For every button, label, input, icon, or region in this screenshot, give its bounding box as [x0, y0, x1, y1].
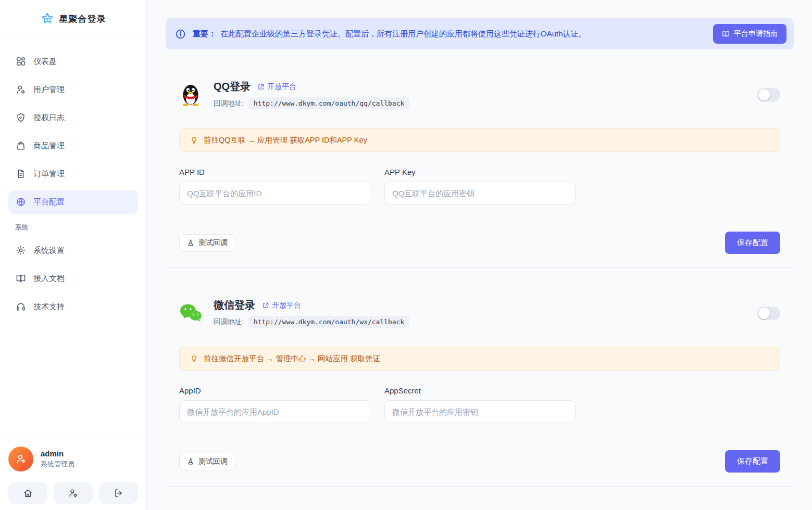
- user-role: 系统管理员: [41, 460, 74, 469]
- toggle-knob: [758, 308, 770, 319]
- qq-open-platform-link[interactable]: 开放平台: [257, 82, 296, 92]
- dashboard-icon: [16, 56, 26, 67]
- globe-icon: [16, 197, 26, 207]
- user-gear-icon: [68, 488, 78, 498]
- wechat-appid-input[interactable]: [179, 400, 370, 423]
- wechat-appsecret-field: AppSecret: [384, 386, 576, 423]
- user-name: admin: [41, 449, 74, 458]
- callback-label: 回调地址:: [214, 99, 244, 108]
- wechat-section-title: 微信登录: [214, 298, 255, 312]
- sidebar-item-dashboard[interactable]: 仪表盘: [8, 49, 138, 73]
- sidebar: 星聚合登录 仪表盘 用户管理: [0, 0, 147, 510]
- wechat-appid-field: AppID: [179, 386, 370, 423]
- wechat-save-config-button[interactable]: 保存配置: [725, 450, 780, 473]
- user-gear-icon: [16, 84, 26, 95]
- info-icon: [175, 29, 186, 40]
- qq-test-callback-button[interactable]: 测试回调: [179, 234, 235, 252]
- lightbulb-icon: [190, 136, 198, 144]
- wechat-tip-banner: 前往微信开放平台 → 管理中心 → 网站应用 获取凭证: [179, 347, 780, 371]
- wechat-open-platform-link[interactable]: 开放平台: [262, 301, 301, 310]
- qq-app-id-label: APP ID: [179, 168, 370, 176]
- document-icon: [16, 169, 26, 179]
- flask-icon: [187, 457, 194, 465]
- home-button[interactable]: [8, 482, 47, 504]
- qq-enabled-toggle[interactable]: [757, 88, 780, 101]
- wechat-test-callback-button[interactable]: 测试回调: [179, 453, 235, 470]
- sidebar-item-users[interactable]: 用户管理: [8, 78, 138, 101]
- sidebar-item-label: 技术支持: [33, 302, 65, 312]
- sidebar-item-auth-logs[interactable]: 授权日志: [8, 106, 138, 130]
- main-content: 重要：在此配置企业级的第三方登录凭证。配置后，所有注册用户创建的应用都将使用这些…: [147, 0, 812, 510]
- headset-icon: [16, 301, 26, 312]
- alipay-login-section: 支 支付宝登录 开放平台 回调地址: htt: [166, 487, 794, 510]
- wechat-logo-icon: [179, 301, 202, 325]
- shield-check-icon: [16, 112, 26, 123]
- qq-logo-icon: [179, 83, 202, 107]
- sidebar-item-label: 平台配置: [33, 197, 65, 207]
- wechat-tip-text: 前往微信开放平台 → 管理中心 → 网站应用 获取凭证: [204, 354, 380, 364]
- sidebar-section-label: 系统: [15, 223, 138, 232]
- platform-guide-button[interactable]: 平台申请指南: [713, 24, 786, 44]
- sidebar-item-platform-config[interactable]: 平台配置: [8, 190, 138, 214]
- wechat-enabled-toggle[interactable]: [757, 307, 780, 320]
- book-open-icon: [16, 273, 26, 284]
- sidebar-item-label: 授权日志: [33, 113, 65, 123]
- sidebar-item-system-settings[interactable]: 系统设置: [8, 238, 138, 262]
- sidebar-item-label: 系统设置: [33, 246, 65, 256]
- lightbulb-icon: [190, 355, 198, 363]
- wechat-appsecret-label: AppSecret: [384, 386, 576, 395]
- banner-label: 重要：: [193, 29, 216, 38]
- app-logo: 星聚合登录: [0, 0, 146, 38]
- important-notice-banner: 重要：在此配置企业级的第三方登录凭证。配置后，所有注册用户创建的应用都将使用这些…: [166, 18, 794, 49]
- wechat-appid-label: AppID: [179, 386, 370, 395]
- sidebar-item-label: 用户管理: [33, 85, 65, 95]
- callback-label: 回调地址:: [214, 317, 244, 327]
- qq-tip-text: 前往QQ互联 → 应用管理 获取APP ID和APP Key: [204, 135, 367, 145]
- qq-app-key-input[interactable]: [384, 182, 576, 205]
- qq-tip-banner: 前往QQ互联 → 应用管理 获取APP ID和APP Key: [179, 128, 780, 152]
- sidebar-item-label: 订单管理: [33, 169, 65, 179]
- qq-section-title: QQ登录: [214, 80, 251, 94]
- external-link-icon: [257, 83, 265, 91]
- sidebar-item-docs[interactable]: 接入文档: [8, 266, 138, 290]
- sidebar-item-support[interactable]: 技术支持: [8, 295, 138, 318]
- flask-icon: [187, 239, 194, 247]
- qq-save-config-button[interactable]: 保存配置: [725, 232, 780, 254]
- star-logo-icon: [41, 12, 54, 26]
- wechat-callback-url: http://www.dkym.com/oauth/wx/callback: [248, 316, 410, 328]
- sidebar-item-label: 仪表盘: [33, 57, 57, 67]
- user-card: admin 系统管理员: [8, 447, 138, 471]
- app-title: 星聚合登录: [59, 13, 106, 25]
- qq-callback-url: http://www.dkym.com/oauth/qq/callback: [248, 97, 410, 109]
- sidebar-item-label: 接入文档: [33, 274, 65, 284]
- qq-app-id-input[interactable]: [179, 182, 370, 205]
- sidebar-nav: 仪表盘 用户管理 授权日志: [0, 38, 146, 318]
- qq-app-key-field: APP Key: [384, 168, 576, 205]
- wechat-appsecret-input[interactable]: [384, 400, 576, 423]
- qq-app-id-field: APP ID: [179, 168, 370, 205]
- sidebar-user-area: admin 系统管理员: [0, 436, 146, 510]
- gear-icon: [16, 245, 26, 256]
- user-actions: [8, 482, 138, 504]
- logout-button[interactable]: [99, 482, 138, 504]
- toggle-knob: [758, 89, 770, 100]
- guide-book-icon: [722, 30, 730, 38]
- home-icon: [23, 488, 33, 498]
- sidebar-item-orders[interactable]: 订单管理: [8, 162, 138, 186]
- shopping-bag-icon: [16, 141, 26, 151]
- banner-text: 重要：在此配置企业级的第三方登录凭证。配置后，所有注册用户创建的应用都将使用这些…: [193, 29, 706, 39]
- qq-login-section: QQ登录 开放平台 回调地址: http://www.dkym.com/oaut…: [166, 49, 794, 267]
- avatar: [8, 447, 33, 471]
- sidebar-item-products[interactable]: 商品管理: [8, 134, 138, 158]
- wechat-login-section: 微信登录 开放平台 回调地址: http://www.dkym.com/oaut…: [166, 268, 794, 486]
- external-link-icon: [262, 302, 269, 309]
- logout-icon: [114, 488, 123, 498]
- profile-settings-button[interactable]: [54, 482, 93, 504]
- qq-app-key-label: APP Key: [384, 168, 576, 176]
- sidebar-item-label: 商品管理: [33, 141, 65, 151]
